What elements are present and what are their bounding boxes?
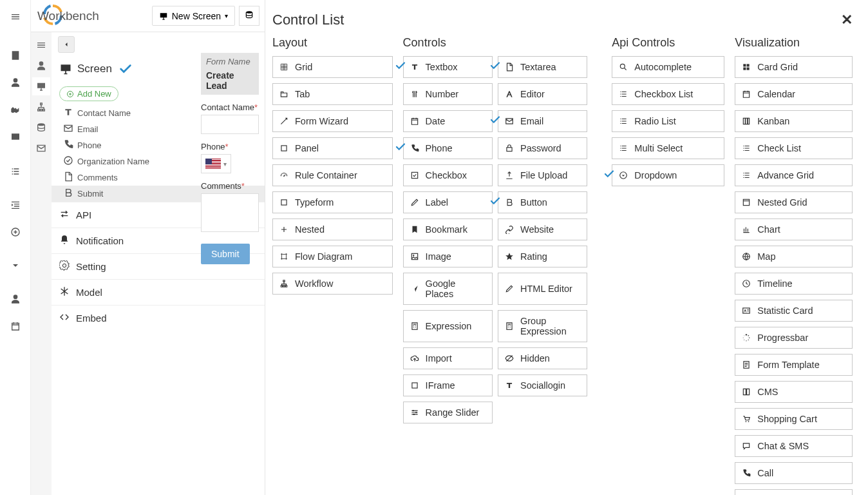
control-html-editor[interactable]: HTML Editor [498,273,587,305]
control-checkbox[interactable]: Checkbox [403,164,493,186]
layout-panel[interactable]: Panel [272,137,393,159]
section-embed[interactable]: Embed [52,305,265,331]
viz-chat-sms[interactable]: Chat & SMS [735,435,853,457]
caret-down-icon [619,171,629,180]
ctl-label: Textarea [520,62,556,72]
eye-slash-icon [505,354,515,363]
control-password[interactable]: Password [498,137,587,159]
nav-user-icon[interactable] [4,71,27,94]
viz-progressbar[interactable]: Progressbar [735,327,853,349]
section-label: API [76,209,91,220]
mini-user-icon[interactable] [32,57,50,75]
nav-target-icon[interactable] [4,220,27,244]
control-expression[interactable]: Expression [403,310,493,342]
nav-profile-icon[interactable] [4,287,27,311]
add-new-button[interactable]: Add New [59,86,118,101]
control-phone[interactable]: Phone [403,137,493,159]
control-editor[interactable]: Editor [498,83,587,105]
menu-toggle-icon[interactable] [4,5,27,28]
control-sociallogin[interactable]: Sociallogin [498,374,587,396]
api-radio-list[interactable]: Radio List [612,110,724,132]
layout-tab[interactable]: Tab [272,83,393,105]
mini-sitemap-icon[interactable] [32,98,50,116]
phone-icon [410,144,420,153]
api-checkbox-list[interactable]: Checkbox List [612,83,724,105]
location-icon [410,284,420,293]
control-iframe[interactable]: IFrame [403,374,493,396]
viz-chart[interactable]: Chart [735,218,853,240]
control-number[interactable]: Number [403,83,493,105]
control-bookmark[interactable]: Bookmark [403,218,493,240]
viz-statistic-card[interactable]: Statistic Card [735,300,853,322]
ctl-label: Radio List [634,116,675,126]
viz-check-list[interactable]: Check List [735,137,853,159]
api-autocomplete[interactable]: Autocomplete [612,56,724,78]
layout-flow-diagram[interactable]: Flow Diagram [272,246,393,267]
api-dropdown[interactable]: Dropdown [612,164,724,186]
layout-rule-container[interactable]: Rule Container [272,164,393,186]
control-email[interactable]: Email [498,110,587,132]
section-model[interactable]: Model [52,279,265,305]
control-hidden[interactable]: Hidden [498,347,587,369]
mini-db-icon[interactable] [32,119,50,137]
control-textbox[interactable]: Textbox [403,56,493,78]
close-icon[interactable]: ✕ [841,12,853,28]
viz-kanban[interactable]: Kanban [735,110,853,132]
phone-country-selector[interactable]: ▾ [201,154,231,173]
mini-screen-icon[interactable] [32,77,50,95]
layout-typeform[interactable]: Typeform [272,191,393,213]
control-textarea[interactable]: Textarea [498,56,587,78]
control-label[interactable]: Label [403,191,493,213]
viz-call[interactable]: Call [735,462,853,484]
grid-icon [279,63,290,72]
layout-grid[interactable]: Grid [272,56,393,78]
database-button[interactable] [239,6,259,26]
viz-call[interactable]: Call [735,489,853,495]
viz-form-template[interactable]: Form Template [735,354,853,376]
contact-name-input[interactable] [201,115,259,134]
submit-button[interactable]: Submit [201,244,250,264]
square-icon [279,144,290,153]
ctl-label: Button [520,197,547,208]
control-image[interactable]: Image [403,246,493,267]
nav-handshake-icon[interactable] [4,98,27,121]
control-website[interactable]: Website [498,218,587,240]
nav-expand-icon[interactable] [4,254,27,277]
viz-timeline[interactable]: Timeline [735,273,853,295]
viz-map[interactable]: Map [735,246,853,267]
viz-nested-grid[interactable]: Nested Grid [735,191,853,213]
new-screen-button[interactable]: New Screen ▾ [152,6,235,26]
control-date[interactable]: Date [403,110,493,132]
control-file-upload[interactable]: File Upload [498,164,587,186]
viz-card-grid[interactable]: Card Grid [735,56,853,78]
nav-calendar-icon[interactable] [4,315,27,338]
nav-card-icon[interactable] [4,125,27,148]
nav-building-icon[interactable] [4,44,27,67]
control-range-slider[interactable]: Range Slider [403,402,493,423]
nav-list-icon[interactable] [4,160,27,183]
viz-calendar[interactable]: Calendar [735,83,853,105]
mini-menu-icon[interactable] [32,36,50,54]
ctl-label: Progressbar [757,333,808,343]
layout-workflow[interactable]: Workflow [272,273,393,295]
checked-icon [489,195,502,209]
control-google-places[interactable]: Google Places [403,273,493,305]
control-import[interactable]: Import [403,347,493,369]
control-rating[interactable]: Rating [498,246,587,267]
swap-icon [59,209,70,221]
layout-nested[interactable]: Nested [272,218,393,240]
viz-advance-grid[interactable]: Advance Grid [735,164,853,186]
ctl-label: Multi Select [634,143,683,153]
nav-indent-icon[interactable] [4,193,27,217]
control-button[interactable]: Button [498,191,587,213]
api-multi-select[interactable]: Multi Select [612,137,724,159]
ctl-label: Rule Container [295,170,357,180]
viz-cms[interactable]: CMS [735,381,853,403]
back-button[interactable] [58,36,75,53]
control-group-expression[interactable]: Group Expression [498,310,587,342]
mini-mail-icon[interactable] [32,139,50,157]
layout-form-wizard[interactable]: Form Wizard [272,110,393,132]
viz-shopping-cart[interactable]: Shopping Cart [735,408,853,430]
comments-input[interactable] [201,193,259,232]
square-icon [410,381,420,390]
